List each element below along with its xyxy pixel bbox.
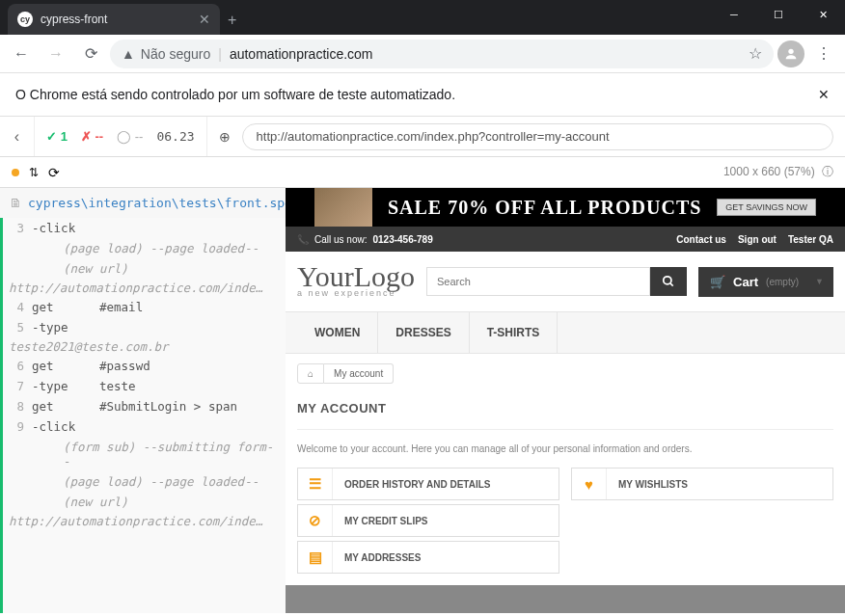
search-input[interactable] bbox=[426, 267, 650, 296]
window-minimize[interactable]: ─ bbox=[712, 0, 756, 29]
status-dot-icon bbox=[12, 169, 19, 176]
bookmark-icon[interactable]: ☆ bbox=[749, 44, 762, 63]
cart-button[interactable]: 🛒 Cart (empty) ▼ bbox=[698, 267, 833, 297]
chevron-down-icon: ▼ bbox=[815, 277, 824, 286]
test-time: 06.23 bbox=[156, 129, 194, 144]
welcome-text: Welcome to your account. Here you can ma… bbox=[297, 430, 833, 468]
browser-menu-button[interactable]: ⋮ bbox=[808, 44, 839, 63]
browser-toolbar: ← → ⟳ ▲ Não seguro | automationpractice.… bbox=[0, 35, 845, 73]
account-link[interactable]: ☰ORDER HISTORY AND DETAILS bbox=[297, 468, 559, 500]
page-title: MY ACCOUNT bbox=[297, 393, 833, 430]
automation-close-icon[interactable]: ✕ bbox=[818, 87, 830, 102]
spec-file-path[interactable]: 🗎 cypress\integration\tests\front.spec.j… bbox=[0, 188, 286, 218]
site-header: YourLogo a new experience 🛒 Cart (empty)… bbox=[286, 252, 845, 311]
browser-tab[interactable]: cy cypress-front ✕ bbox=[8, 4, 220, 35]
log-command[interactable]: 6get#passwd bbox=[3, 356, 286, 376]
info-icon[interactable]: ⓘ bbox=[822, 165, 833, 178]
url-text: automationpractice.com bbox=[230, 46, 373, 62]
automation-banner: O Chrome está sendo controlado por um so… bbox=[0, 73, 845, 117]
topbar-link[interactable]: Tester QA bbox=[788, 234, 833, 245]
main-nav: WOMENDRESSEST-SHIRTS bbox=[286, 311, 845, 354]
svg-point-1 bbox=[664, 277, 671, 284]
log-url[interactable]: http://automationpractice.com/inde… bbox=[3, 512, 286, 530]
viewport-scale: (57%) bbox=[784, 165, 815, 178]
viewport-size: 1000 x 660 bbox=[723, 165, 780, 178]
svg-line-2 bbox=[670, 283, 673, 286]
breadcrumb-current: My account bbox=[324, 363, 394, 384]
promo-banner: SALE 70% OFF ALL PRODUCTS GET SAVINGS NO… bbox=[286, 188, 845, 227]
nav-item[interactable]: WOMEN bbox=[297, 312, 378, 353]
topbar-link[interactable]: Sign out bbox=[738, 234, 777, 245]
fail-count: ✗ -- bbox=[81, 129, 103, 144]
app-preview-pane: SALE 70% OFF ALL PRODUCTS GET SAVINGS NO… bbox=[286, 188, 845, 613]
refresh-icon[interactable]: ⟳ bbox=[48, 165, 60, 180]
log-event[interactable]: (form sub) --submitting form-- bbox=[3, 437, 286, 471]
profile-avatar[interactable] bbox=[777, 40, 804, 67]
nav-forward-button[interactable]: → bbox=[41, 39, 71, 69]
svg-point-0 bbox=[788, 48, 793, 53]
account-link[interactable]: ⊘MY CREDIT SLIPS bbox=[297, 504, 559, 537]
pin-icon[interactable]: ⇅ bbox=[29, 166, 39, 179]
promo-cta-button[interactable]: GET SAVINGS NOW bbox=[717, 199, 816, 216]
automation-text: O Chrome está sendo controlado por um so… bbox=[15, 87, 455, 102]
window-maximize[interactable]: ☐ bbox=[756, 0, 801, 29]
cypress-command-log: 🗎 cypress\integration\tests\front.spec.j… bbox=[0, 188, 286, 613]
breadcrumb-home[interactable]: ⌂ bbox=[297, 363, 324, 384]
cypress-header: ‹ ✓ 1 ✗ -- ◯ -- 06.23 ⊕ http://automatio… bbox=[0, 117, 845, 157]
site-logo[interactable]: YourLogo a new experience bbox=[297, 265, 415, 298]
nav-reload-button[interactable]: ⟳ bbox=[75, 39, 106, 69]
phone-number: 0123-456-789 bbox=[372, 234, 432, 245]
security-label: Não seguro bbox=[141, 46, 210, 62]
log-url[interactable]: teste2021@teste.com.br bbox=[3, 337, 286, 356]
breadcrumb: ⌂ My account bbox=[286, 354, 845, 393]
tab-favicon: cy bbox=[17, 12, 33, 27]
topbar-link[interactable]: Contact us bbox=[676, 234, 726, 245]
account-link-icon: ⊘ bbox=[298, 505, 333, 536]
cart-icon: 🛒 bbox=[710, 275, 725, 289]
nav-item[interactable]: DRESSES bbox=[378, 312, 469, 353]
search-button[interactable] bbox=[650, 267, 687, 296]
tab-title: cypress-front bbox=[41, 13, 191, 26]
window-close[interactable]: ✕ bbox=[801, 0, 845, 29]
app-url-display[interactable]: http://automationpractice.com/index.php?… bbox=[242, 123, 833, 150]
selector-playground-icon[interactable]: ⊕ bbox=[219, 129, 231, 145]
log-event[interactable]: (new url) bbox=[3, 258, 286, 279]
cypress-back-button[interactable]: ‹ bbox=[0, 117, 35, 156]
promo-text: SALE 70% OFF ALL PRODUCTS bbox=[388, 197, 701, 219]
log-command[interactable]: 7-typeteste bbox=[3, 376, 286, 396]
log-command[interactable]: 9-click bbox=[3, 416, 286, 437]
new-tab-button[interactable]: + bbox=[228, 12, 236, 29]
file-icon: 🗎 bbox=[10, 196, 22, 210]
promo-image bbox=[314, 188, 372, 227]
log-command[interactable]: 4get#email bbox=[3, 297, 286, 317]
nav-item[interactable]: T-SHIRTS bbox=[470, 312, 559, 353]
phone-icon: 📞 bbox=[297, 234, 309, 245]
nav-back-button[interactable]: ← bbox=[6, 39, 37, 69]
insecure-icon: ▲ bbox=[122, 46, 135, 62]
account-link-icon: ▤ bbox=[298, 542, 333, 573]
address-bar[interactable]: ▲ Não seguro | automationpractice.com ☆ bbox=[110, 40, 774, 68]
log-command[interactable]: 3-click bbox=[3, 218, 286, 238]
log-event[interactable]: (page load) --page loaded-- bbox=[3, 471, 286, 492]
log-event[interactable]: (page load) --page loaded-- bbox=[3, 238, 286, 258]
log-command[interactable]: 8get#SubmitLogin > span bbox=[3, 396, 286, 416]
log-event[interactable]: (new url) bbox=[3, 492, 286, 512]
site-topbar: 📞 Call us now: 0123-456-789 Contact usSi… bbox=[286, 227, 845, 252]
pass-count: ✓ 1 bbox=[46, 129, 68, 144]
call-label: Call us now: bbox=[314, 234, 367, 245]
log-url[interactable]: http://automationpractice.com/inde… bbox=[3, 279, 286, 297]
tab-close-icon[interactable]: ✕ bbox=[199, 12, 210, 27]
pending-count: ◯ -- bbox=[117, 129, 143, 144]
account-link[interactable]: ♥MY WISHLISTS bbox=[571, 468, 833, 500]
account-link[interactable]: ▤MY ADDRESSES bbox=[297, 541, 559, 574]
cypress-subheader: ⇅ ⟳ 1000 x 660 (57%) ⓘ bbox=[0, 157, 845, 188]
window-titlebar: cy cypress-front ✕ + ─ ☐ ✕ bbox=[0, 0, 845, 35]
account-link-icon: ☰ bbox=[298, 469, 333, 499]
log-command[interactable]: 5-type bbox=[3, 317, 286, 337]
account-link-icon: ♥ bbox=[572, 469, 607, 499]
